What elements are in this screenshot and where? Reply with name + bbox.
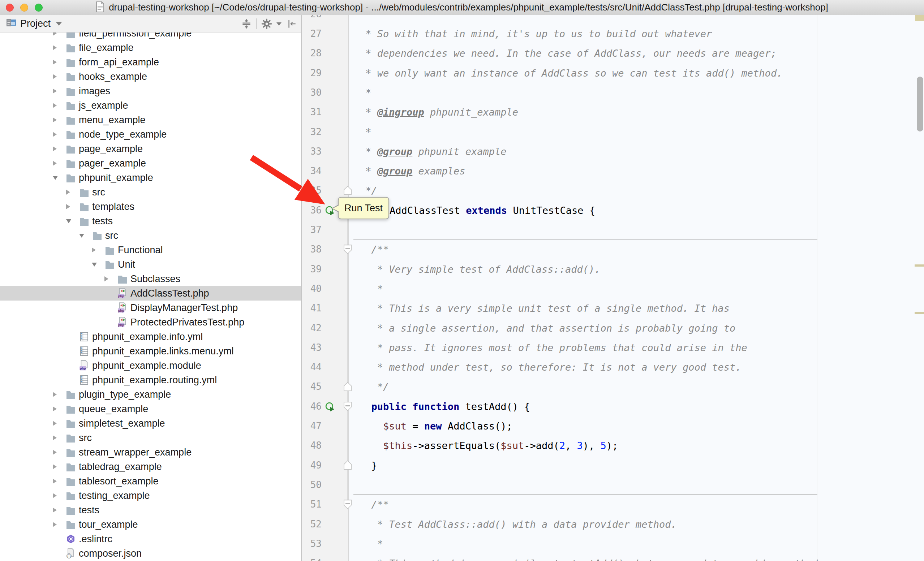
- code-line-30[interactable]: *: [349, 83, 924, 103]
- code-line-29[interactable]: * we only want an instance of AddClass s…: [349, 63, 924, 83]
- chevron-expanded-icon[interactable]: [79, 234, 92, 238]
- tree-item-ProtectedPrivatesTest.php[interactable]: phpProtectedPrivatesTest.php: [0, 315, 301, 329]
- editor-scrollbar-thumb[interactable]: [917, 76, 923, 132]
- chevron-collapsed-icon[interactable]: [53, 33, 65, 36]
- code-line-50[interactable]: [349, 475, 924, 495]
- code-line-32[interactable]: *: [349, 122, 924, 142]
- tree-item-tests[interactable]: tests: [0, 503, 301, 517]
- warning-stripe-mark[interactable]: [915, 265, 924, 266]
- code-line-26[interactable]: [349, 15, 924, 24]
- chevron-collapsed-icon[interactable]: [53, 507, 65, 513]
- code-line-38[interactable]: /**: [349, 239, 924, 259]
- code-line-36[interactable]: AddClassTest extends UnitTestCase {: [349, 200, 924, 220]
- warning-stripe-mark[interactable]: [915, 312, 924, 314]
- chevron-down-icon[interactable]: [56, 22, 62, 25]
- chevron-collapsed-icon[interactable]: [53, 132, 65, 137]
- tree-item-tour_example[interactable]: tour_example: [0, 517, 301, 532]
- chevron-collapsed-icon[interactable]: [53, 117, 65, 123]
- code-line-35[interactable]: */: [349, 181, 924, 200]
- code-line-54[interactable]: * This method is very similar to testAdd…: [349, 554, 924, 561]
- zoom-window-button[interactable]: [35, 4, 43, 12]
- tree-item-field_permission_example[interactable]: field_permission_example: [0, 33, 301, 40]
- tree-item-tablesort_example[interactable]: tablesort_example: [0, 474, 301, 488]
- code-line-53[interactable]: *: [349, 534, 924, 554]
- chevron-collapsed-icon[interactable]: [92, 247, 104, 253]
- code-line-43[interactable]: * pass. It ignores most of the problems …: [349, 338, 924, 358]
- chevron-collapsed-icon[interactable]: [66, 190, 78, 195]
- code-line-41[interactable]: * This is a very simple unit test of a s…: [349, 298, 924, 318]
- chevron-down-icon[interactable]: [276, 22, 282, 25]
- inspection-status-indicator[interactable]: [915, 15, 924, 21]
- chevron-collapsed-icon[interactable]: [66, 204, 78, 209]
- chevron-expanded-icon[interactable]: [53, 176, 65, 180]
- fold-collapse-icon[interactable]: [344, 245, 352, 254]
- tree-item-phpunit_example.links.menu.yml[interactable]: phpunit_example.links.menu.yml: [0, 344, 301, 358]
- fold-end-icon[interactable]: [344, 461, 352, 470]
- tree-item-src[interactable]: src: [0, 228, 301, 243]
- tree-item-Unit[interactable]: Unit: [0, 257, 301, 272]
- tree-item-plugin_type_example[interactable]: plugin_type_example: [0, 387, 301, 402]
- code-line-49[interactable]: }: [349, 456, 924, 476]
- chevron-collapsed-icon[interactable]: [53, 421, 65, 426]
- tree-item-composer.json[interactable]: {}composer.json: [0, 546, 301, 561]
- code-line-33[interactable]: * @group phpunit_example: [349, 142, 924, 162]
- chevron-collapsed-icon[interactable]: [104, 276, 117, 281]
- code-line-45[interactable]: */: [349, 377, 924, 396]
- chevron-expanded-icon[interactable]: [92, 263, 104, 266]
- fold-end-icon[interactable]: [344, 186, 352, 195]
- code-line-42[interactable]: * a single assertion, and that assertion…: [349, 318, 924, 338]
- tree-item-testing_example[interactable]: testing_example: [0, 488, 301, 503]
- chevron-collapsed-icon[interactable]: [53, 392, 65, 397]
- code-line-31[interactable]: * @ingroup phpunit_example: [349, 102, 924, 122]
- code-area[interactable]: * So with that in mind, it's up to us to…: [349, 15, 924, 561]
- close-window-button[interactable]: [6, 4, 14, 12]
- tree-item-images[interactable]: images: [0, 84, 301, 98]
- fold-collapse-icon[interactable]: [344, 500, 352, 509]
- tree-item-node_type_example[interactable]: node_type_example: [0, 127, 301, 142]
- chevron-collapsed-icon[interactable]: [53, 45, 65, 50]
- hide-panel-button[interactable]: [285, 18, 297, 30]
- tree-item-tests[interactable]: tests: [0, 214, 301, 228]
- code-line-48[interactable]: $this->assertEquals($sut->add(2, 3), 5);: [349, 436, 924, 456]
- panel-splitter[interactable]: [301, 15, 302, 561]
- code-line-44[interactable]: * method under test, so therefore: It is…: [349, 357, 924, 377]
- code-line-52[interactable]: * Test AddClass::add() with a data provi…: [349, 515, 924, 534]
- code-line-37[interactable]: [349, 220, 924, 240]
- tree-item-AddClassTest.php[interactable]: phpAddClassTest.php: [0, 286, 301, 301]
- tree-item-Functional[interactable]: Functional: [0, 243, 301, 257]
- chevron-collapsed-icon[interactable]: [53, 479, 65, 484]
- settings-gear-button[interactable]: [261, 18, 273, 30]
- chevron-collapsed-icon[interactable]: [53, 74, 65, 79]
- tree-item-DisplayManagerTest.php[interactable]: phpDisplayManagerTest.php: [0, 301, 301, 315]
- chevron-collapsed-icon[interactable]: [53, 450, 65, 455]
- tree-item-menu_example[interactable]: menu_example: [0, 113, 301, 127]
- tree-item-queue_example[interactable]: queue_example: [0, 402, 301, 416]
- chevron-collapsed-icon[interactable]: [53, 464, 65, 469]
- chevron-collapsed-icon[interactable]: [53, 88, 65, 94]
- tree-item-phpunit_example.routing.yml[interactable]: phpunit_example.routing.yml: [0, 373, 301, 387]
- minimize-window-button[interactable]: [20, 4, 28, 12]
- run-test-gutter-icon[interactable]: [325, 402, 335, 412]
- code-line-39[interactable]: * Very simple test of AddClass::add().: [349, 259, 924, 279]
- code-line-27[interactable]: * So with that in mind, it's up to us to…: [349, 24, 924, 44]
- project-tree[interactable]: field_permission_examplefile_exampleform…: [0, 33, 301, 561]
- chevron-collapsed-icon[interactable]: [53, 146, 65, 151]
- tree-item-js_example[interactable]: js_example: [0, 98, 301, 113]
- code-line-47[interactable]: $sut = new AddClass();: [349, 416, 924, 436]
- fold-end-icon[interactable]: [344, 382, 352, 391]
- chevron-collapsed-icon[interactable]: [53, 493, 65, 498]
- chevron-expanded-icon[interactable]: [66, 219, 78, 223]
- tree-item-.eslintrc[interactable]: .eslintrc: [0, 532, 301, 546]
- code-line-34[interactable]: * @group examples: [349, 161, 924, 181]
- tree-item-form_api_example[interactable]: form_api_example: [0, 55, 301, 69]
- tree-item-stream_wrapper_example[interactable]: stream_wrapper_example: [0, 445, 301, 459]
- chevron-collapsed-icon[interactable]: [53, 161, 65, 166]
- code-line-51[interactable]: /**: [349, 495, 924, 515]
- tree-item-hooks_example[interactable]: hooks_example: [0, 69, 301, 84]
- tree-item-simpletest_example[interactable]: simpletest_example: [0, 416, 301, 431]
- code-line-40[interactable]: *: [349, 279, 924, 299]
- tree-item-phpunit_example.info.yml[interactable]: phpunit_example.info.yml: [0, 329, 301, 344]
- chevron-collapsed-icon[interactable]: [53, 435, 65, 440]
- project-panel-title[interactable]: Project: [20, 18, 51, 29]
- tree-item-phpunit_example.module[interactable]: phpphpunit_example.module: [0, 358, 301, 373]
